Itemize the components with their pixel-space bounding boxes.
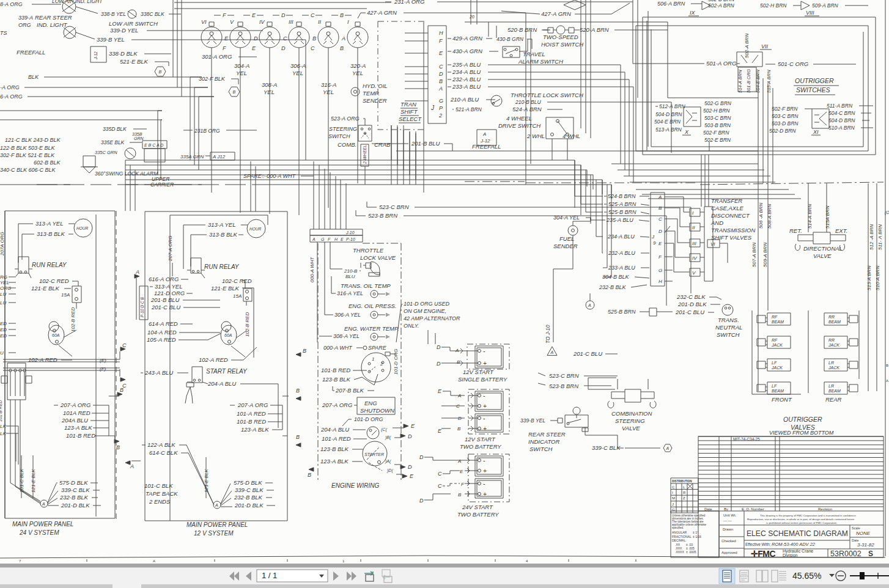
svg-text:LF: LF	[772, 361, 777, 365]
svg-text:207-A ORG: 207-A ORG	[322, 402, 352, 408]
svg-text:4: 4	[526, 559, 528, 563]
svg-text:STEERING: STEERING	[329, 126, 357, 132]
svg-text:ENG: ENG	[364, 400, 377, 406]
svg-text:Scale: Scale	[852, 526, 860, 530]
svg-text:+: +	[483, 468, 487, 474]
svg-text:A: A	[215, 503, 218, 507]
svg-text:SHUTDOWN: SHUTDOWN	[360, 407, 394, 414]
svg-text:D: D	[437, 361, 441, 367]
svg-text:339-C BLK: 339-C BLK	[61, 487, 90, 493]
svg-text:60A: 60A	[224, 333, 232, 337]
svg-text:308-A YEL: 308-A YEL	[333, 333, 360, 339]
svg-text:502-H BRN: 502-H BRN	[760, 2, 787, 9]
svg-text:ED: ED	[0, 333, 7, 339]
svg-text:121-D ORG: 121-D ORG	[154, 290, 185, 296]
svg-text:313-A YEL: 313-A YEL	[155, 283, 182, 290]
svg-text:YEL: YEL	[236, 70, 247, 76]
svg-text:B: B	[439, 78, 443, 84]
svg-text:101-B RED: 101-B RED	[66, 432, 95, 439]
svg-text:201-C BLU: 201-C BLU	[675, 309, 704, 315]
svg-text:101-D ORG USED: 101-D ORG USED	[404, 301, 450, 307]
svg-text:F: F	[328, 237, 331, 241]
svg-text:101-D ORG: 101-D ORG	[354, 416, 383, 422]
svg-text:Drawn: Drawn	[723, 527, 733, 531]
svg-text:430-A GRN: 430-A GRN	[452, 48, 482, 54]
svg-text:VALVE: VALVE	[813, 252, 832, 259]
svg-text:SWITCHES: SWITCHES	[796, 86, 830, 94]
svg-text:302-F BLK 521-E BLK: 302-F BLK 521-E BLK	[0, 152, 55, 158]
svg-text:101-B RED: 101-B RED	[0, 400, 2, 422]
svg-text:313-A YEL: 313-A YEL	[35, 220, 63, 227]
svg-text:301-A ORG: 301-A ORG	[202, 53, 232, 60]
svg-text:6-A ORG: 6-A ORG	[0, 94, 23, 100]
svg-text:514-A BRN: 514-A BRN	[807, 204, 813, 229]
svg-text:ORG: ORG	[0, 285, 11, 291]
svg-text:SWITCH: SWITCH	[328, 133, 350, 139]
svg-text:C: C	[122, 342, 127, 348]
svg-text:DIRECTIONAL: DIRECTIONAL	[803, 245, 843, 252]
svg-text:8-A ORG: 8-A ORG	[0, 1, 23, 7]
svg-text:1 / 1: 1 / 1	[262, 571, 277, 580]
svg-text:NEUTRAL: NEUTRAL	[715, 324, 742, 331]
svg-text:000-A WHT: 000-A WHT	[309, 256, 315, 282]
svg-text:A J12: A J12	[212, 154, 226, 160]
svg-text:204-A BLU: 204-A BLU	[320, 426, 349, 433]
svg-text:429-A GRN: 429-A GRN	[452, 35, 482, 42]
svg-text:R: R	[683, 491, 686, 494]
svg-text:335B: 335B	[132, 132, 142, 136]
svg-text:A: A	[135, 269, 139, 275]
svg-text:502-A BRN: 502-A BRN	[708, 2, 735, 9]
svg-text:207-A ORG: 207-A ORG	[168, 236, 173, 262]
svg-text:RUN RELAY: RUN RELAY	[204, 263, 240, 270]
svg-text:510-A BRN: 510-A BRN	[828, 125, 855, 131]
svg-text:GRN: GRN	[134, 136, 144, 141]
svg-text:IV: IV	[259, 19, 265, 25]
svg-text:RR: RR	[828, 338, 835, 342]
svg-text:A: A	[153, 559, 155, 563]
svg-text:575-D BLK: 575-D BLK	[59, 479, 88, 486]
svg-text:G: G	[321, 237, 325, 241]
svg-text:523-B BRN: 523-B BRN	[368, 212, 397, 219]
svg-text:M: M	[672, 496, 675, 500]
svg-text:J: J	[430, 105, 435, 111]
svg-text:507-A BRN: 507-A BRN	[751, 243, 757, 267]
svg-text:B: B	[120, 387, 124, 393]
svg-text:D: D	[658, 229, 662, 234]
svg-text:FREEFALL: FREEFALL	[472, 143, 501, 150]
svg-text:E: E	[341, 237, 344, 241]
svg-text:12V START: 12V START	[463, 369, 494, 375]
svg-text:616-A ORG: 616-A ORG	[149, 276, 179, 282]
svg-text:232-A BLU: 232-A BLU	[608, 250, 635, 256]
svg-text:D: D	[281, 45, 286, 51]
svg-text:9: 9	[653, 240, 656, 246]
svg-text:IV: IV	[692, 255, 697, 261]
svg-text:DECIMAL:: DECIMAL:	[672, 538, 687, 542]
svg-text:102-C RED: 102-C RED	[222, 277, 252, 284]
svg-text:B: B	[458, 492, 462, 498]
svg-text:4 WHEEL: 4 WHEEL	[506, 115, 532, 122]
svg-text:RF: RF	[772, 338, 778, 342]
svg-text:Effective With:: Effective With:	[745, 542, 771, 546]
svg-text:ANGULAR: ANGULAR	[672, 531, 687, 534]
svg-text:EXT.: EXT.	[835, 227, 847, 234]
svg-text:201-D BLK: 201-D BLK	[677, 301, 707, 307]
svg-text:232-C BLK: 232-C BLK	[676, 293, 706, 300]
svg-text:NONE: NONE	[856, 531, 871, 536]
svg-text:E: E	[439, 50, 443, 56]
svg-text:E: E	[410, 473, 414, 479]
svg-text:2 WHL: 2 WHL	[526, 133, 545, 139]
svg-text:503-C BRN: 503-C BRN	[772, 113, 799, 119]
svg-text:231-A ORG: 231-A ORG	[394, 0, 424, 5]
svg-text:TRANSMISSION: TRANSMISSION	[711, 227, 755, 233]
svg-text:Checked: Checked	[721, 539, 736, 543]
svg-text:LU: LU	[0, 292, 6, 297]
svg-text:512 -A BRN: 512 -A BRN	[869, 224, 874, 250]
svg-text:53R0002: 53R0002	[830, 549, 861, 558]
svg-text:✛FMC: ✛FMC	[751, 549, 775, 559]
svg-text:B: B	[457, 426, 461, 432]
svg-text:524-A BRN: 524-A BRN	[512, 106, 542, 112]
svg-text:510-A BRN: 510-A BRN	[875, 266, 880, 290]
svg-text:210-B: 210-B	[344, 268, 358, 274]
svg-text:+: +	[483, 425, 487, 432]
svg-text:± .0005: ± .0005	[686, 550, 696, 554]
